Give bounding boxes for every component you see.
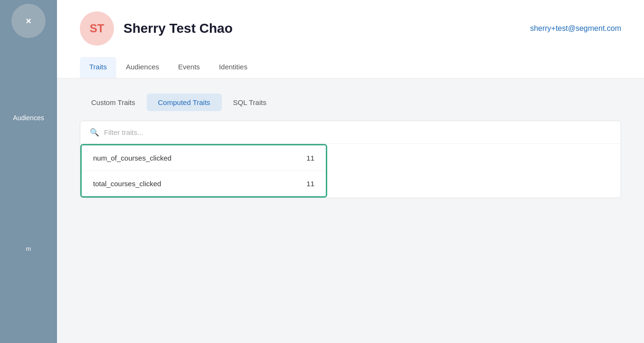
tab-identities[interactable]: Identities xyxy=(209,57,257,78)
table-row[interactable]: num_of_courses_clicked 11 xyxy=(82,145,326,171)
trait-value-1: 11 xyxy=(306,154,314,162)
trait-name-2: total_courses_clicked xyxy=(93,180,161,188)
close-icon: × xyxy=(26,16,31,27)
highlighted-traits-box: num_of_courses_clicked 11 total_courses_… xyxy=(80,144,327,198)
sub-tab-computed-traits[interactable]: Computed Traits xyxy=(147,94,222,111)
traits-container: 🔍 Filter traits... num_of_courses_clicke… xyxy=(80,121,621,198)
avatar: ST xyxy=(80,11,114,46)
user-email[interactable]: sherry+test@segment.com xyxy=(530,24,621,33)
sidebar-item-audiences[interactable]: Audiences xyxy=(13,114,44,122)
table-row[interactable]: total_courses_clicked 11 xyxy=(82,171,326,196)
main-content: ST Sherry Test Chao sherry+test@segment.… xyxy=(57,0,644,343)
tab-traits[interactable]: Traits xyxy=(80,57,116,78)
tab-bar: Traits Audiences Events Identities xyxy=(80,57,621,78)
search-input[interactable]: Filter traits... xyxy=(104,128,143,136)
search-icon: 🔍 xyxy=(90,128,99,137)
tab-audiences[interactable]: Audiences xyxy=(116,57,169,78)
avatar-initials: ST xyxy=(90,22,104,35)
trait-name-1: num_of_courses_clicked xyxy=(93,154,171,162)
sub-tab-sql-traits[interactable]: SQL Traits xyxy=(222,94,278,111)
sidebar-item-m[interactable]: m xyxy=(26,245,31,252)
sub-tab-custom-traits[interactable]: Custom Traits xyxy=(80,94,147,111)
sidebar: × Audiences m xyxy=(0,0,57,343)
sidebar-close-badge[interactable]: × xyxy=(11,4,46,38)
sub-tab-bar: Custom Traits Computed Traits SQL Traits xyxy=(80,94,621,111)
content-area: Custom Traits Computed Traits SQL Traits… xyxy=(57,78,644,343)
user-row: ST Sherry Test Chao sherry+test@segment.… xyxy=(80,11,621,57)
search-bar: 🔍 Filter traits... xyxy=(80,121,621,144)
tab-events[interactable]: Events xyxy=(169,57,209,78)
header: ST Sherry Test Chao sherry+test@segment.… xyxy=(57,0,644,78)
user-name: Sherry Test Chao xyxy=(123,21,233,36)
user-info: ST Sherry Test Chao xyxy=(80,11,233,46)
trait-value-2: 11 xyxy=(306,180,314,188)
